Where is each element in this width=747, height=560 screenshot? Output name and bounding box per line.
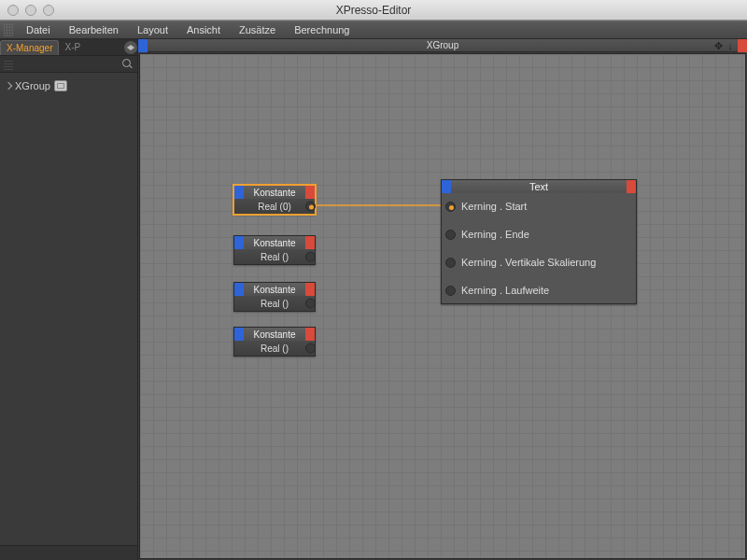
tab-x-pool[interactable]: X-P [59, 40, 86, 54]
node-canvas[interactable]: KonstanteReal (0)KonstanteReal ()Konstan… [139, 53, 746, 559]
connection-wire [140, 54, 747, 560]
menu-zusaetze[interactable]: Zusätze [230, 21, 285, 38]
input-row-1: Kerning . Ende [445, 229, 630, 240]
node-body: Kerning . StartKerning . EndeKerning . V… [442, 193, 636, 303]
node-input-cap-icon [234, 186, 244, 199]
node-output-cap-icon [305, 186, 315, 199]
canvas-output-cap-icon [738, 39, 747, 52]
input-row-0: Kerning . Start [445, 201, 630, 212]
menu-layout[interactable]: Layout [128, 21, 177, 38]
input-row-2: Kerning . Vertikale Skalierung [445, 257, 630, 268]
node-body: Real (0) [234, 199, 315, 214]
input-label: Kerning . Laufweite [461, 285, 549, 296]
menu-datei[interactable]: Datei [17, 21, 60, 38]
xgroup-icon [54, 80, 67, 91]
input-port[interactable] [445, 286, 456, 296]
node-value: Real () [261, 299, 289, 309]
node-value: Real (0) [258, 202, 291, 212]
tab-x-manager[interactable]: X-Manager [0, 40, 59, 55]
output-port[interactable] [305, 202, 316, 212]
output-port[interactable] [305, 252, 316, 262]
menu-ansicht[interactable]: Ansicht [177, 21, 230, 38]
menu-berechnung[interactable]: Berechnung [285, 21, 359, 38]
node-title: Konstante [244, 236, 305, 249]
input-port[interactable] [445, 202, 456, 212]
node-output-cap-icon [305, 236, 315, 249]
sidebar-footer [0, 545, 137, 560]
node-title: Konstante [244, 283, 305, 296]
move-icon[interactable]: ✥ [712, 40, 724, 51]
node-header[interactable]: Konstante [234, 186, 315, 199]
sidebar-tabs: X-Manager X-P [0, 39, 137, 56]
node-input-cap-icon [234, 283, 244, 296]
node-input-cap-icon [234, 236, 244, 249]
menu-bearbeiten[interactable]: Bearbeiten [60, 21, 128, 38]
constant-node-2[interactable]: KonstanteReal () [233, 282, 316, 312]
node-body: Real () [234, 296, 315, 311]
node-output-cap-icon [305, 283, 315, 296]
input-port[interactable] [445, 258, 456, 268]
node-input-cap-icon [442, 180, 451, 193]
tree-expand-icon[interactable] [5, 82, 12, 90]
node-header[interactable]: Konstante [234, 236, 315, 249]
constant-node-3[interactable]: KonstanteReal () [233, 327, 316, 357]
node-title: Text [451, 180, 627, 193]
toolbar-grip-icon [4, 59, 13, 70]
window-title: XPresso-Editor [0, 4, 747, 17]
output-port[interactable] [305, 343, 316, 354]
node-header[interactable]: Text [442, 180, 636, 193]
input-label: Kerning . Start [461, 201, 527, 212]
node-value: Real () [261, 252, 289, 262]
minimize-window-button[interactable] [25, 5, 36, 16]
constant-node-1[interactable]: KonstanteReal () [233, 235, 316, 265]
chevron-right-icon [131, 45, 134, 50]
search-icon[interactable] [122, 59, 134, 70]
constant-node-0[interactable]: KonstanteReal (0) [233, 185, 316, 215]
down-arrow-icon[interactable]: ↓ [725, 40, 736, 51]
zoom-window-button[interactable] [43, 5, 54, 16]
input-label: Kerning . Ende [461, 229, 529, 240]
canvas-title-label: XGroup [148, 40, 738, 50]
node-output-cap-icon [305, 328, 315, 341]
titlebar: XPresso-Editor [0, 0, 747, 21]
input-port[interactable] [445, 230, 456, 240]
node-value: Real () [261, 343, 289, 354]
canvas-panel: XGroup ✥ ↓ KonstanteReal (0)KonstanteRea… [138, 39, 747, 560]
input-label: Kerning . Vertikale Skalierung [461, 257, 596, 268]
node-header[interactable]: Konstante [234, 328, 315, 341]
tab-nav [124, 41, 137, 54]
tree: XGroup [0, 73, 137, 99]
sidebar-toolbar [0, 56, 137, 73]
text-node[interactable]: TextKerning . StartKerning . EndeKerning… [441, 179, 637, 304]
input-row-3: Kerning . Laufweite [445, 285, 630, 296]
node-body: Real () [234, 341, 315, 356]
tab-nav-buttons[interactable] [124, 41, 137, 54]
node-input-cap-icon [234, 328, 244, 341]
output-port[interactable] [305, 299, 316, 309]
canvas-titlebar[interactable]: XGroup ✥ ↓ [138, 39, 747, 52]
node-title: Konstante [244, 186, 305, 199]
node-output-cap-icon [627, 180, 636, 193]
tree-item-xgroup[interactable]: XGroup [4, 78, 134, 93]
node-body: Real () [234, 249, 315, 264]
menubar-grip-icon [4, 23, 13, 36]
canvas-input-cap-icon [138, 39, 148, 52]
menubar: Datei Bearbeiten Layout Ansicht Zusätze … [0, 21, 747, 39]
node-header[interactable]: Konstante [234, 283, 315, 296]
close-window-button[interactable] [7, 5, 19, 16]
tree-item-label: XGroup [15, 80, 50, 91]
sidebar: X-Manager X-P XGroup [0, 39, 138, 560]
node-title: Konstante [244, 328, 305, 341]
